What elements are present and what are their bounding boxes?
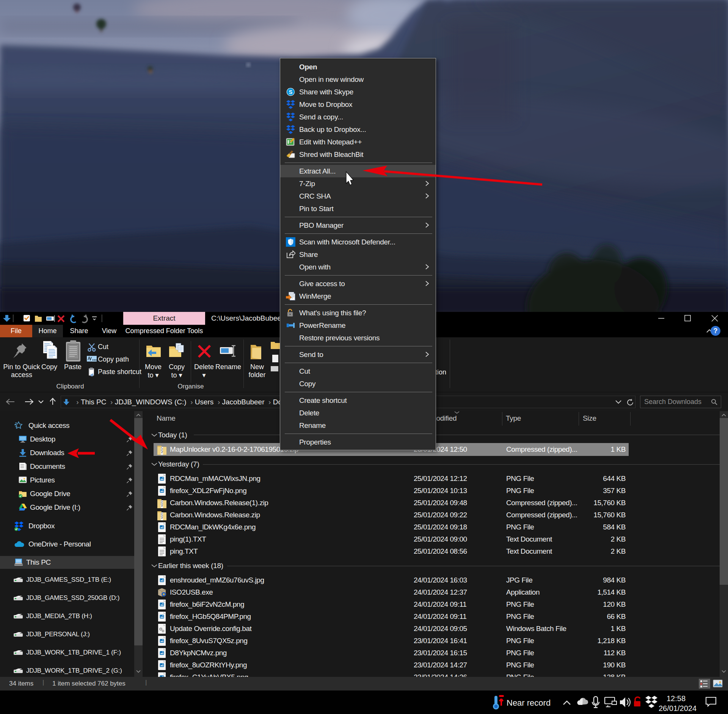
svg-text:12:58: 12:58	[667, 694, 686, 703]
svg-text:S: S	[289, 89, 293, 95]
svg-text:26/01/2024: 26/01/2024	[659, 704, 697, 712]
svg-text:Near record: Near record	[507, 698, 551, 708]
